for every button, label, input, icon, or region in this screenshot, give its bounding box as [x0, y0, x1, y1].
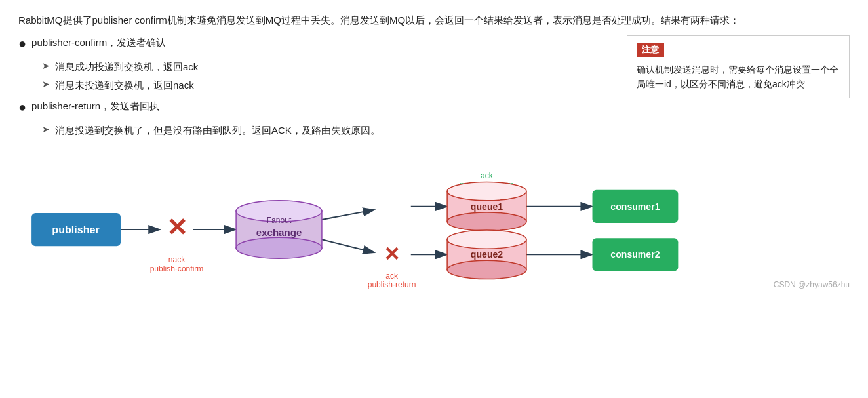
note-title: 注意	[637, 43, 664, 57]
content-area: RabbitMQ提供了publisher confirm机制来避免消息发送到MQ…	[18, 12, 850, 292]
sub-item-1-2: ➤ 消息未投递到交换机，返回nack	[42, 77, 607, 94]
watermark: CSDN @zhyaw56zhu	[774, 280, 850, 289]
diagram-area: publisher ✕ nack publish-confirm Fanout …	[18, 154, 850, 292]
x-mark-2: ✕	[384, 243, 400, 265]
sub-item-1-1: ➤ 消息成功投递到交换机，返回ack	[42, 58, 607, 75]
publish-return-label: publish-return	[368, 280, 416, 289]
sub-arrow-2-1: ➤	[42, 122, 50, 138]
x-mark-1: ✕	[167, 213, 187, 241]
bullet-2: ● publisher-return，发送者回执	[18, 98, 607, 118]
queue2-label: queue2	[471, 249, 503, 260]
svg-point-17	[447, 260, 526, 279]
sub-items-2: ➤ 消息投递到交换机了，但是没有路由到队列。返回ACK，及路由失败原因。	[42, 122, 607, 139]
svg-line-2	[322, 210, 375, 220]
bullet-dot-1: ●	[18, 32, 26, 54]
svg-point-13	[447, 182, 526, 201]
svg-line-3	[322, 239, 375, 252]
left-content: ● publisher-confirm，发送者确认 ➤ 消息成功投递到交换机，返…	[18, 34, 607, 143]
fanout-label: Fanout	[267, 216, 292, 225]
publish-confirm-label-1: publish-confirm	[150, 264, 204, 273]
consumer1-label: consumer1	[610, 201, 660, 212]
svg-point-11	[236, 237, 322, 258]
bullet-1: ● publisher-confirm，发送者确认	[18, 34, 607, 54]
bullet-dot-2: ●	[18, 96, 26, 118]
sub-arrow-1-2: ➤	[42, 77, 50, 92]
sub-item-2-1: ➤ 消息投递到交换机了，但是没有路由到队列。返回ACK，及路由失败原因。	[42, 122, 607, 139]
queue1-label: queue1	[471, 201, 503, 212]
exchange-label: exchange	[256, 227, 302, 238]
ack-label-confirm-1: ack	[481, 171, 494, 180]
ack-label-return: ack	[385, 271, 399, 281]
bullet-label-2: publisher-return，发送者回执	[31, 98, 159, 115]
sub-text-1-1: 消息成功投递到交换机，返回ack	[55, 58, 198, 75]
diagram-svg: publisher ✕ nack publish-confirm Fanout …	[18, 154, 850, 292]
main-section: ● publisher-confirm，发送者确认 ➤ 消息成功投递到交换机，返…	[18, 34, 850, 143]
sub-text-1-2: 消息未投递到交换机，返回nack	[55, 77, 194, 94]
publisher-label: publisher	[52, 224, 100, 235]
svg-point-16	[447, 230, 526, 249]
intro-paragraph: RabbitMQ提供了publisher confirm机制来避免消息发送到MQ…	[18, 12, 850, 29]
sub-items-1: ➤ 消息成功投递到交换机，返回ack ➤ 消息未投递到交换机，返回nack	[42, 58, 607, 94]
bullet-label-1: publisher-confirm，发送者确认	[31, 34, 166, 51]
sub-text-2-1: 消息投递到交换机了，但是没有路由到队列。返回ACK，及路由失败原因。	[55, 122, 380, 139]
svg-point-14	[447, 212, 526, 231]
note-content: 确认机制发送消息时，需要给每个消息设置一个全局唯一id，以区分不同消息，避免ac…	[637, 62, 840, 92]
consumer2-label: consumer2	[610, 249, 660, 260]
note-box: 注意 确认机制发送消息时，需要给每个消息设置一个全局唯一id，以区分不同消息，避…	[627, 35, 850, 99]
nack-label: nack	[168, 255, 186, 264]
sub-arrow-1-1: ➤	[42, 58, 50, 74]
